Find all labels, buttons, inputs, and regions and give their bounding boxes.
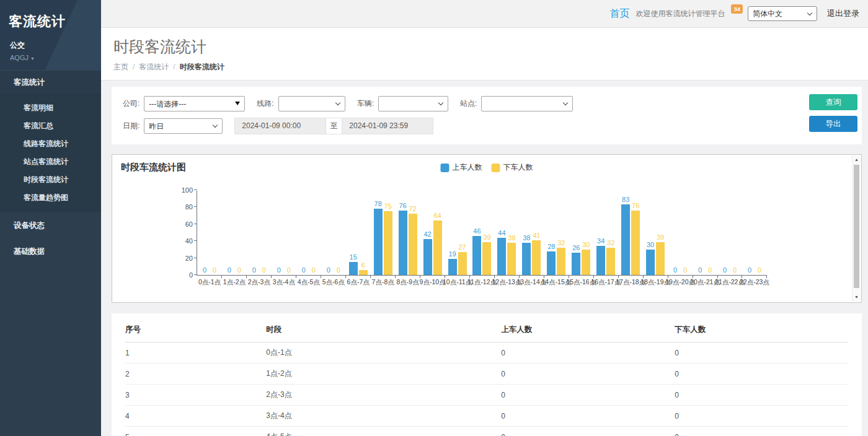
table-cell: 0	[675, 342, 848, 364]
bar[interactable]	[399, 211, 407, 275]
breadcrumb-home[interactable]: 主页	[113, 63, 128, 71]
chart-card: 时段车流统计图 上车人数 下车人数 020406080100000点-1点001…	[112, 154, 862, 303]
scrollbar-thumb[interactable]	[854, 165, 859, 288]
language-select[interactable]: 简体中文	[748, 6, 817, 21]
y-axis-label: 0	[174, 271, 193, 279]
bar-group: 004点-5点	[296, 191, 321, 275]
bar[interactable]	[472, 236, 481, 275]
bar[interactable]	[582, 250, 590, 275]
bar[interactable]	[349, 262, 358, 275]
logout-link[interactable]: 退出登录	[827, 8, 859, 19]
export-button[interactable]: 导出	[809, 116, 857, 132]
bar[interactable]	[359, 270, 368, 275]
bar-group: 000点-1点	[197, 191, 222, 275]
date-from-input[interactable]	[235, 118, 326, 134]
home-link[interactable]: 首页	[609, 7, 629, 20]
bar[interactable]	[433, 220, 442, 275]
bar[interactable]	[507, 243, 516, 275]
legend-alighting[interactable]: 下车人数	[492, 162, 533, 173]
bar-value-label: 75	[384, 203, 392, 211]
chart-scrollbar[interactable]: ▲ ▼	[852, 155, 861, 302]
bar-value-label: 32	[607, 239, 614, 247]
sidebar-item-period-stats[interactable]: 时段客流统计	[0, 171, 101, 189]
table-cell: 4点-5点	[266, 427, 501, 436]
x-axis-label: 3点-4点	[273, 278, 295, 287]
x-axis-label: 22点-23点	[740, 278, 769, 287]
bar[interactable]	[557, 248, 565, 275]
x-axis-label: 4点-5点	[298, 278, 320, 287]
sidebar-item-flow-detail[interactable]: 客流明细	[0, 99, 101, 117]
bar[interactable]	[409, 214, 417, 275]
breadcrumb-section[interactable]: 客流统计	[139, 63, 169, 71]
breadcrumb: 主页/客流统计/时段客流统计	[113, 62, 868, 72]
scroll-down-icon[interactable]: ▼	[852, 294, 861, 301]
y-axis-tick	[194, 190, 197, 190]
line-select[interactable]	[278, 96, 345, 111]
bar-value-label: 0	[758, 266, 761, 274]
bar[interactable]	[458, 252, 467, 275]
x-axis-label: 9点-10点	[420, 278, 446, 287]
bar[interactable]	[547, 251, 556, 275]
bar[interactable]	[631, 211, 640, 275]
user-dropdown[interactable]: AQGJ▼	[10, 54, 91, 61]
bar[interactable]	[482, 242, 491, 275]
bar-value-label: 0	[683, 266, 687, 274]
bar[interactable]	[656, 242, 665, 275]
legend-boarding[interactable]: 上车人数	[441, 162, 482, 173]
sidebar-item-passenger-stats[interactable]: 客流统计	[0, 70, 101, 95]
sidebar-item-flow-summary[interactable]: 客流汇总	[0, 117, 101, 135]
table-row: 10点-1点00	[125, 342, 848, 364]
col-header-seq: 序号	[125, 317, 266, 342]
sidebar-item-device-status[interactable]: 设备状态	[0, 212, 101, 238]
bar-value-label: 34	[597, 237, 604, 245]
date-to-input[interactable]	[342, 118, 433, 134]
x-axis-label: 1点-2点	[223, 278, 246, 287]
x-axis-label: 0点-1点	[198, 278, 221, 287]
bar-group: 192710点-11点	[445, 191, 470, 275]
bar-value-label: 78	[374, 200, 382, 208]
bar-value-label: 41	[533, 232, 540, 240]
bar-value-label: 0	[312, 266, 316, 274]
breadcrumb-separator: /	[173, 63, 175, 71]
bar[interactable]	[374, 209, 383, 275]
date-preset-select[interactable]: 昨日	[144, 118, 223, 134]
notification-badge[interactable]: 34	[731, 4, 743, 14]
sidebar-item-base-data[interactable]: 基础数据	[0, 238, 101, 264]
bar[interactable]	[532, 240, 541, 275]
table-card: 序号 时段 上车人数 下车人数 10点-1点0021点-2点0032点-3点00…	[112, 313, 862, 436]
bar[interactable]	[448, 259, 457, 275]
bar[interactable]	[522, 243, 531, 275]
company-select[interactable]: ---请选择---	[144, 96, 245, 111]
page-head: 时段客流统计 主页/客流统计/时段客流统计	[101, 28, 868, 81]
user-name: AQGJ	[10, 54, 29, 61]
bar-group: 1566点-7点	[346, 191, 371, 275]
sidebar-item-line-stats[interactable]: 线路客流统计	[0, 135, 101, 153]
x-axis-label: 7点-8点	[372, 278, 394, 287]
scroll-up-icon[interactable]: ▲	[852, 156, 861, 164]
bar-group: 837617点-18点	[618, 191, 643, 275]
sidebar-item-trend-chart[interactable]: 客流量趋势图	[0, 189, 101, 207]
query-button[interactable]: 查询	[809, 94, 857, 110]
bar[interactable]	[497, 238, 506, 275]
table-header-row: 序号 时段 上车人数 下车人数	[125, 317, 848, 342]
bar[interactable]	[646, 250, 655, 275]
bar[interactable]	[606, 248, 615, 275]
col-header-alighting: 下车人数	[675, 317, 848, 342]
table-cell: 2点-3点	[266, 385, 501, 406]
bar-group: 443812点-13点	[494, 191, 519, 275]
bar-value-label: 0	[723, 266, 727, 274]
sidebar-item-label: 客流统计	[14, 78, 45, 87]
sidebar-item-station-stats[interactable]: 站点客流统计	[0, 153, 101, 171]
vehicle-select[interactable]	[378, 96, 448, 111]
bar[interactable]	[572, 253, 580, 275]
y-axis-label: 80	[174, 203, 193, 211]
station-select[interactable]	[481, 96, 573, 111]
bar-value-label: 44	[498, 229, 505, 237]
bar-group: 0020点-21点	[693, 191, 717, 275]
bar[interactable]	[596, 246, 605, 275]
bar[interactable]	[384, 211, 392, 275]
table-cell: 0点-1点	[266, 342, 501, 364]
bar[interactable]	[423, 239, 432, 275]
bar-group: 001点-2点	[222, 191, 247, 275]
bar[interactable]	[621, 204, 630, 275]
